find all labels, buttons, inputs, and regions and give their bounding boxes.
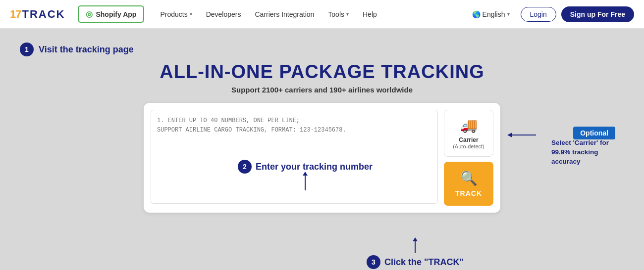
step2-circle: 2 [238, 160, 252, 174]
step1-circle: 1 [20, 43, 34, 56]
step3-arrow-line [415, 241, 416, 253]
step2-arrowhead [303, 172, 308, 176]
products-caret: ▾ [190, 11, 192, 17]
step3-text: Click the "TRACK" [384, 257, 464, 268]
track-label: TRACK [455, 189, 482, 197]
carrier-column: 🚚 Carrier (Auto-detect) 🔍 TRACK [444, 110, 493, 206]
track-button[interactable]: 🔍 TRACK [444, 162, 493, 206]
nav-english[interactable]: 🌎 English ▾ [466, 6, 516, 22]
shopify-app-button[interactable]: ◎ Shopify App [78, 5, 144, 23]
step2-arrow-line [305, 176, 306, 190]
main-content: 1 Visit the tracking page ALL-IN-ONE PAC… [0, 29, 644, 223]
step1-label: Visit the tracking page [39, 45, 134, 55]
sub-heading: Support 2100+ carriers and 190+ airlines… [20, 86, 624, 94]
optional-label: Optional [580, 129, 608, 137]
logo-17: 17 [10, 8, 21, 21]
nav-right: 🌎 English ▾ Login Sign up For Free [466, 6, 634, 22]
nav-links: Products ▾ Developers Carriers Integrati… [154, 6, 461, 22]
nav-products[interactable]: Products ▾ [154, 6, 198, 22]
tools-caret: ▾ [346, 11, 349, 17]
step3-label-wrap: 3 Click the "TRACK" [367, 255, 464, 269]
nav-help[interactable]: Help [357, 6, 383, 22]
tracking-widget: 🚚 Carrier (Auto-detect) 🔍 TRACK [144, 103, 500, 213]
login-button[interactable]: Login [521, 7, 556, 22]
shopify-icon: ◎ [86, 9, 93, 19]
step2-text: Enter your tracking number [256, 162, 373, 172]
carrier-selector[interactable]: 🚚 Carrier (Auto-detect) [444, 110, 493, 157]
tracking-textarea-wrap [151, 110, 438, 206]
optional-badge: Optional [573, 127, 615, 139]
logo[interactable]: 17 TRACK [10, 8, 65, 21]
step3-circle: 3 [367, 255, 380, 269]
english-caret: ▾ [507, 11, 510, 17]
logo-track: TRACK [22, 8, 65, 21]
globe-icon: 🌎 [472, 10, 481, 18]
step1-badge: 1 Visit the tracking page [20, 43, 624, 56]
nav-developers[interactable]: Developers [200, 6, 247, 22]
shopify-btn-label: Shopify App [96, 10, 136, 18]
track-search-icon: 🔍 [460, 170, 478, 186]
navbar: 17 TRACK ◎ Shopify App Products ▾ Develo… [0, 0, 644, 29]
optional-desc: Select 'Carrier' for 99.9% tracking accu… [551, 138, 628, 167]
optional-arrow [506, 131, 536, 141]
step2-annotation: 2 Enter your tracking number [238, 160, 373, 190]
nav-carriers-integration[interactable]: Carriers Integration [249, 6, 320, 22]
signup-button[interactable]: Sign up For Free [561, 6, 634, 22]
carrier-sublabel: (Auto-detect) [453, 143, 484, 149]
step3-arrowhead [413, 237, 418, 241]
step3-annotation: 3 Click the "TRACK" [367, 241, 464, 269]
truck-icon: 🚚 [460, 117, 478, 134]
svg-marker-1 [507, 133, 512, 137]
carrier-label: Carrier [459, 136, 478, 143]
nav-tools[interactable]: Tools ▾ [322, 6, 355, 22]
main-heading: ALL-IN-ONE PACKAGE TRACKING [20, 61, 624, 83]
